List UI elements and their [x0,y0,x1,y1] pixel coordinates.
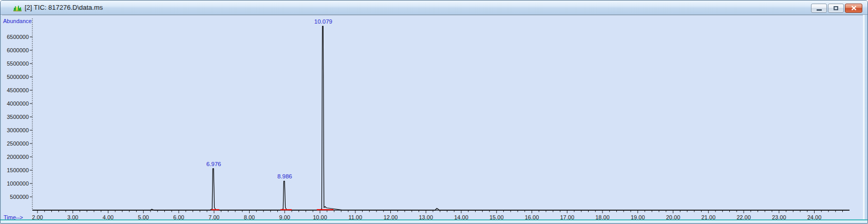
y-tick-label: 6000000 [7,47,29,53]
close-button[interactable] [845,4,862,13]
y-tick-label: 5500000 [7,60,29,67]
y-tick-label: 2500000 [7,140,29,147]
peak-rt-label: 6.976 [206,161,221,167]
restore-button[interactable] [828,4,844,13]
plot-area[interactable]: 5000001000000150000020000002500000300000… [2,15,864,221]
y-tick-label: 4500000 [7,87,29,93]
window-title: [2] TIC: 817276.D\data.ms [25,4,103,11]
minimize-icon [817,9,822,11]
y-tick-label: 3500000 [7,114,29,120]
tic-trace [32,26,850,210]
chromatogram-window: [2] TIC: 817276.D\data.ms 50000010000001… [0,0,868,224]
y-tick-label: 3000000 [7,127,29,133]
close-icon [851,6,857,11]
minimize-button[interactable] [811,4,827,13]
restore-icon [834,6,838,10]
y-tick-label: 1500000 [7,167,29,173]
y-tick-label: 5000000 [7,74,29,80]
title-bar[interactable]: [2] TIC: 817276.D\data.ms [1,1,867,15]
window-border-right [863,15,867,221]
peak-rt-label: 8.986 [277,173,292,179]
chromatogram-chart[interactable]: 5000001000000150000020000002500000300000… [2,15,864,221]
y-tick-label: 4000000 [7,100,29,107]
y-tick-label: 500000 [10,194,29,200]
window-border-bottom [1,220,867,223]
y-tick-label: 2000000 [7,154,29,160]
peak-rt-label: 10.079 [314,18,332,25]
y-tick-label: 6500000 [7,34,29,40]
y-axis-title: Abundance [3,18,32,24]
y-tick-label: 1000000 [7,180,29,187]
window-controls [811,4,862,13]
chromatogram-icon [13,4,22,12]
